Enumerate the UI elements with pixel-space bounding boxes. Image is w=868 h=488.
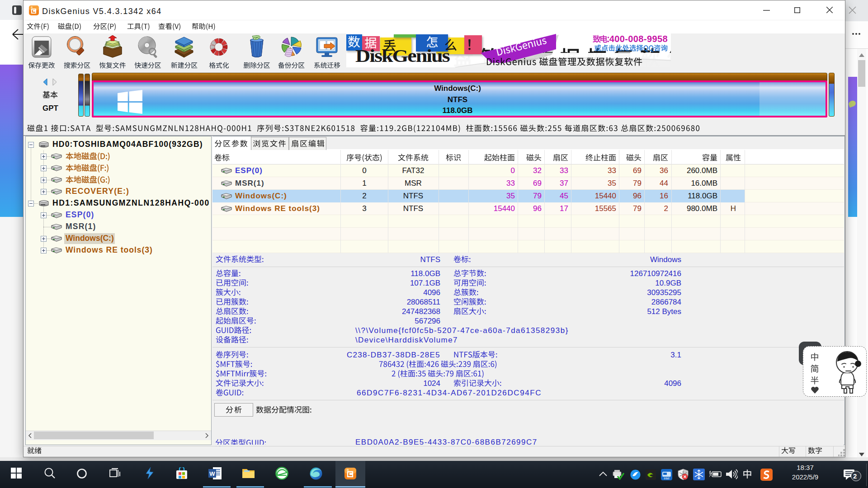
- svg-text:W: W: [209, 470, 215, 477]
- svg-text:intel: intel: [664, 477, 670, 480]
